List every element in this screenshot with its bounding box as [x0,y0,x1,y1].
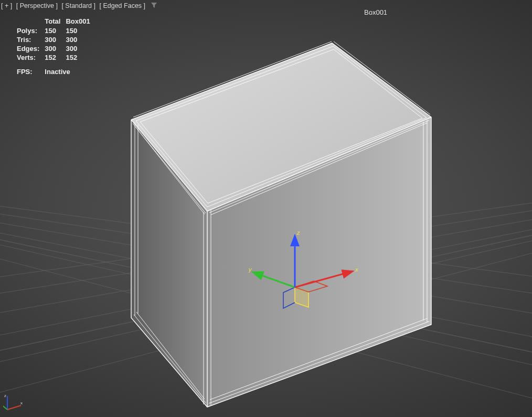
viewport-label-edged[interactable]: [ Edged Faces ] [98,2,146,9]
viewport-label-bar: [ + ] [ Perspective ] [ Standard ] [ Edg… [0,2,157,10]
stats-col-total: Total [45,17,66,26]
stats-fps-value: Inactive [45,62,95,76]
gizmo-z-label: z [296,230,300,236]
stats-tris-obj: 300 [66,35,95,44]
svg-text:x: x [20,401,23,405]
stats-edges-total: 300 [45,44,66,53]
svg-line-37 [3,404,7,410]
stats-col-object: Box001 [66,17,95,26]
svg-line-35 [7,405,21,410]
stats-fps-label: FPS: [17,62,45,76]
stats-verts-label: Verts: [17,53,45,62]
stats-edges-obj: 300 [66,44,95,53]
viewport-label-expand[interactable]: [ + ] [0,2,13,9]
filter-icon[interactable] [151,2,157,10]
stats-edges-label: Edges: [17,44,45,53]
stats-polys-label: Polys: [17,26,45,35]
svg-text:z: z [4,393,6,398]
stats-tris-label: Tris: [17,35,45,44]
stats-verts-obj: 152 [66,53,95,62]
stats-polys-obj: 150 [66,26,95,35]
world-axis-icon: x z [3,393,24,414]
viewport[interactable]: x y z [ + ] [ Perspective ] [ Standard ]… [0,0,532,417]
viewport-label-shading[interactable]: [ Standard ] [60,2,97,9]
stats-verts-total: 152 [45,53,66,62]
statistics-overlay: Total Box001 Polys: 150 150 Tris: 300 30… [17,17,95,76]
stats-tris-total: 300 [45,35,66,44]
viewport-label-view[interactable]: [ Perspective ] [15,2,59,9]
selected-object-name: Box001 [364,8,387,16]
gizmo-x-label: x [355,266,358,273]
stats-polys-total: 150 [45,26,66,35]
